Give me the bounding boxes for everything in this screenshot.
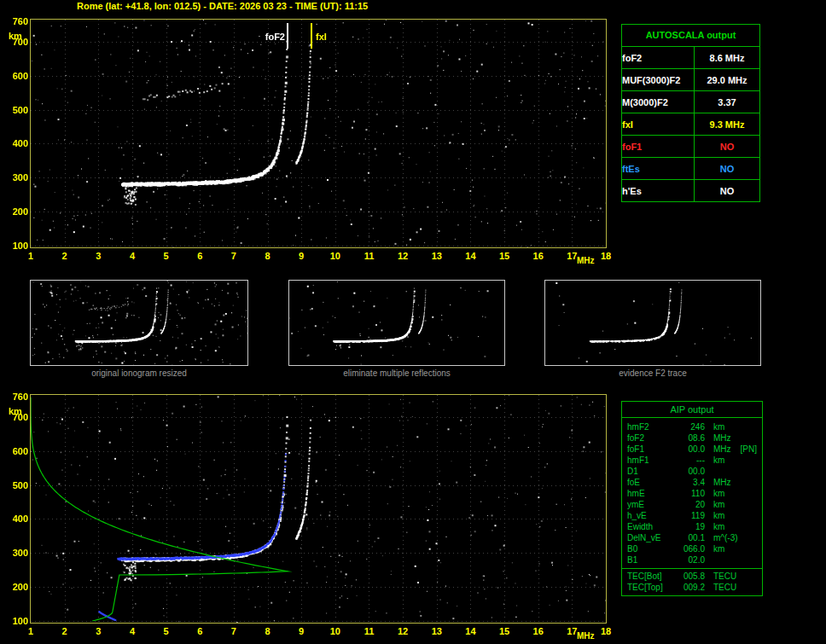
aip-row-value: 119: [676, 510, 705, 521]
x-tick-label: 15: [496, 251, 513, 261]
aip-row: TEC[Top]009.2TECU: [627, 582, 757, 593]
y-tick-label: 300: [8, 172, 28, 183]
autoscala-row-value: NO: [695, 136, 760, 158]
y-tick-label: 100: [8, 241, 28, 251]
x-tick-label: 14: [462, 626, 479, 636]
aip-row-label: TEC[Top]: [627, 582, 676, 593]
autoscala-row: foF1NO: [622, 136, 760, 158]
aip-row-label: B0: [627, 543, 676, 554]
autoscala-output-table: AUTOSCALA output foF28.6 MHzMUF(3000)F22…: [621, 24, 760, 202]
aip-row-label: h_vE: [627, 510, 676, 521]
y-tick-label: 400: [8, 138, 28, 148]
autoscala-row-value: NO: [695, 180, 760, 202]
aip-row-label: foE: [627, 477, 676, 488]
x-axis-unit-label: MHz: [577, 256, 595, 265]
aip-row: foF100.0MHz[PN]: [627, 444, 757, 455]
aip-row-unit: MHz: [713, 432, 731, 444]
x-tick-label: 11: [360, 251, 377, 261]
aip-row-unit: km: [713, 488, 724, 499]
y-tick-label: 200: [8, 206, 28, 217]
thumbnail-original-ionogram: [30, 280, 248, 366]
x-tick-label: 18: [597, 251, 614, 261]
x-tick-label: 8: [259, 251, 276, 261]
aip-row-unit: TECU: [713, 582, 736, 593]
autoscala-row: h'EsNO: [622, 180, 760, 202]
aip-row: foE3.4MHz: [627, 477, 757, 488]
aip-row-unit: MHz: [713, 477, 731, 488]
aip-row-value: 066.0: [676, 543, 705, 554]
autoscala-row-label: foF1: [622, 136, 695, 158]
autoscala-row-value: 8.6 MHz: [695, 47, 760, 69]
aip-row-value: 00.0: [676, 444, 705, 455]
aip-row: DelN_vE00.1m^(-3): [627, 532, 757, 543]
autoscala-row: fxI9.3 MHz: [622, 113, 760, 136]
aip-row-label: B1: [627, 554, 676, 566]
aip-row: ymE20km: [627, 499, 757, 510]
aip-row: h_vE119km: [627, 510, 757, 521]
x-tick-label: 16: [530, 251, 547, 261]
x-tick-label: 9: [293, 626, 310, 636]
x-tick-label: 4: [124, 251, 141, 261]
aip-row-label: TEC[Bot]: [627, 571, 676, 582]
x-tick-label: 15: [496, 626, 513, 636]
aip-row-value: 110: [676, 488, 705, 499]
x-tick-label: 5: [158, 251, 175, 261]
x-tick-label: 7: [225, 251, 242, 261]
x-tick-label: 13: [428, 251, 445, 261]
x-tick-label: 5: [158, 626, 175, 636]
autoscala-row: M(3000)F23.37: [622, 91, 760, 113]
y-axis-unit-label: km: [9, 406, 22, 416]
aip-row-label: hmF2: [627, 421, 676, 432]
y-tick-label: 760: [8, 16, 28, 26]
aip-row-value: 00.1: [676, 532, 705, 543]
x-tick-label: 12: [394, 626, 411, 636]
x-tick-label: 3: [90, 251, 107, 261]
x-tick-label: 2: [56, 626, 73, 636]
aip-row-note: [PN]: [741, 444, 757, 455]
autoscala-row-value: NO: [695, 158, 760, 180]
aip-row-unit: m^(-3): [713, 532, 738, 543]
x-tick-label: 12: [394, 251, 411, 261]
aip-row: TEC[Bot]005.8TECU: [627, 571, 757, 582]
autoscala-row-value: 29.0 MHz: [695, 69, 760, 91]
autoscala-row-value: 3.37: [695, 91, 760, 113]
aip-row-value: 08.6: [676, 432, 705, 444]
x-tick-label: 11: [360, 626, 377, 636]
aip-row-label: hmF1: [627, 455, 676, 466]
aip-row-label: ymE: [627, 499, 676, 510]
aip-row-value: 009.2: [676, 582, 705, 593]
autoscala-row: MUF(3000)F229.0 MHz: [622, 69, 760, 91]
x-tick-label: 13: [428, 626, 445, 636]
aip-tec-rows: TEC[Bot]005.8TECUTEC[Top]009.2TECU: [622, 568, 762, 595]
aip-row-unit: km: [713, 421, 724, 432]
aip-row-value: 00.0: [676, 466, 705, 477]
autoscala-row-label: foF2: [622, 47, 695, 69]
aip-row-unit: km: [713, 510, 724, 521]
ionogram-top-plot: foF2 fxI: [30, 19, 607, 248]
autoscala-row: foF28.6 MHz: [622, 47, 760, 69]
x-tick-label: 1: [22, 251, 39, 261]
aip-row-value: 02.0: [676, 554, 705, 566]
y-tick-label: 760: [8, 392, 28, 402]
aip-row: Ewidth19km: [627, 521, 757, 532]
aip-row-label: foF2: [627, 432, 676, 444]
x-tick-label: 6: [191, 251, 208, 261]
aip-row-unit: km: [713, 499, 724, 510]
x-tick-label: 6: [191, 626, 208, 636]
x-tick-label: 16: [530, 626, 547, 636]
aip-row-unit: km: [713, 521, 724, 532]
y-tick-label: 400: [8, 513, 28, 524]
autoscala-row-label: MUF(3000)F2: [622, 69, 695, 91]
aip-row-unit: km: [713, 455, 724, 466]
y-tick-label: 500: [8, 480, 28, 490]
aip-output-table: AIP output hmF2246kmfoF208.6MHzfoF100.0M…: [621, 401, 763, 596]
ionogram-bottom-canvas: [31, 395, 606, 623]
aip-row-unit: TECU: [713, 571, 736, 582]
autoscala-row-label: h'Es: [622, 180, 695, 202]
thumbnail-eliminate-reflections-canvas: [289, 281, 504, 365]
aip-output-title: AIP output: [622, 402, 762, 418]
y-axis-unit-label: km: [9, 31, 22, 41]
autoscala-output-title: AUTOSCALA output: [621, 24, 760, 47]
x-tick-label: 9: [293, 251, 310, 261]
autoscala-row-label: fxI: [622, 113, 695, 136]
